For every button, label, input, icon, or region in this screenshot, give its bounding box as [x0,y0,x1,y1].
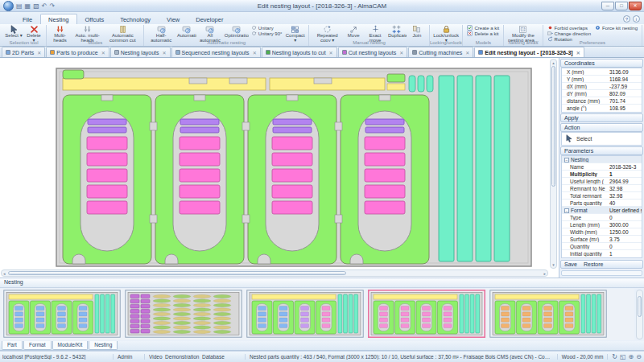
parameter-value[interactable]: 0 [609,215,642,220]
menu-tab-offcuts[interactable]: Offcuts [77,14,113,24]
nesting-sheet-drawing[interactable] [48,66,535,269]
minimize-button[interactable]: ─ [601,2,614,10]
coordinates-header[interactable]: Coordinates [560,59,643,68]
collapse-icon[interactable]: − [564,158,569,162]
close-tab-icon[interactable]: ✕ [576,50,580,56]
close-tab-icon[interactable]: ✕ [329,50,333,56]
close-tab-icon[interactable]: ✕ [37,50,41,56]
zoom-out-icon[interactable]: ⊖ [636,353,642,360]
parameter-value[interactable]: 32.98 [609,193,642,199]
bottom-tab-part[interactable]: Part [2,341,23,350]
doc-tab-edit-nesting-layout-2018-326-3[interactable]: Edit nesting layout - [2018-326-3]✕ [474,47,584,57]
ribbon-button-force-kit-nesting[interactable]: Force kit nesting [593,25,639,31]
window-icon[interactable]: ▦ [25,1,31,11]
nesting-thumbnail-layout-4-selected[interactable] [368,290,485,339]
ribbon-button-create-a-kit[interactable]: Create a kit [465,25,501,31]
collapse-icon[interactable]: − [564,208,569,213]
doc-tab-sequenced-nesting-layouts[interactable]: Sequenced nesting layouts✕ [171,47,261,57]
bottom-tab-module-kit[interactable]: Module/Kit [52,341,89,350]
refresh-icon[interactable]: ↻ [612,353,617,360]
menu-tab-view[interactable]: View [159,14,188,24]
menu-tab-technology[interactable]: Technology [112,14,159,24]
close-tab-icon[interactable]: ✕ [253,50,257,56]
ribbon-button-join[interactable]: Join [407,25,427,42]
bottom-tab-nesting[interactable]: Nesting [89,341,118,350]
import-icon[interactable]: ▤ [16,1,23,11]
close-tab-icon[interactable]: ✕ [101,50,105,56]
apply-header[interactable]: Apply [560,113,643,122]
parameter-value[interactable]: 0 [609,244,642,249]
ribbon-button-auto-multi-heads[interactable]: Auto. multi-heads [72,25,104,42]
redo-icon[interactable]: ↷ [49,1,55,11]
parameter-value[interactable]: 3000.00 [609,222,642,228]
doc-tab-cutting-machines[interactable]: Cutting machines✕ [408,47,473,57]
ribbon-button-all-automatic[interactable]: All automatic [197,25,223,42]
remnant-strip[interactable] [476,76,491,261]
remnant-strip[interactable] [494,76,510,261]
ribbon-button-automatic-common-cut[interactable]: Automatic common cut [104,25,141,42]
help-icon[interactable]: ? [623,15,630,23]
parameter-value[interactable]: 40 [609,200,642,206]
close-button[interactable]: ✕ [629,2,642,10]
parameter-value[interactable]: 1250.00 [609,229,642,235]
parameter-value[interactable]: 2018-326-3 [609,164,642,170]
nesting-thumbnail-layout-5[interactable] [489,290,607,339]
ribbon-button-change-direction[interactable]: Change direction [546,31,592,36]
zoom-in-icon[interactable]: ⊕ [629,353,634,360]
nesting-canvas[interactable]: ▴ ▾ ◂ ▸ [0,58,558,278]
close-tab-icon[interactable]: ✕ [163,50,167,56]
doc-tab-nesting-layouts[interactable]: Nesting layouts✕ [110,47,171,57]
parameter-value[interactable]: 1 [609,251,642,257]
action-header[interactable]: Action [560,123,643,132]
doc-tab-parts-to-produce[interactable]: Parts to produce✕ [46,47,109,57]
ribbon-button-compact[interactable]: Compact ▾ [284,25,306,42]
coordinate-value[interactable]: -237.59 [609,84,642,89]
strip-scrollbar[interactable] [636,290,643,339]
parameter-value[interactable]: 32.98 [609,186,642,191]
bottom-tab-format[interactable]: Format [23,341,52,350]
canvas-horizontal-scrollbar[interactable]: ◂ ▸ [1,269,548,277]
maximize-button[interactable]: □ [615,2,628,10]
panel-part[interactable] [155,95,244,264]
ribbon-button-forbid-overlaps[interactable]: Forbid overlaps [546,25,592,31]
coordinate-value[interactable]: 802.09 [609,91,642,97]
nesting-thumbnail-layout-2[interactable] [125,290,242,339]
ribbon-button-lock-unlock[interactable]: Lock/unlock ▾ [432,25,460,42]
ribbon-button-multi-heads[interactable]: Multi-heads [49,25,71,42]
coordinate-value[interactable]: 108.95 [609,105,642,111]
ribbon-button-unitary[interactable]: Unitary [250,25,284,31]
ribbon-button-half-automatic[interactable]: Half-automatic [147,25,175,42]
parameter-value[interactable]: 1 [609,171,642,177]
remnant-strip[interactable] [439,76,454,261]
nesting-thumbnail-layout-1[interactable] [3,290,121,339]
panel-part[interactable] [341,95,429,264]
info-icon[interactable]: i [633,15,640,23]
ribbon-button-delete[interactable]: Delete ▾ [24,25,43,42]
ribbon-button-move[interactable]: Move [344,25,363,42]
panel-part[interactable] [248,95,336,264]
panel-part[interactable] [63,95,151,264]
save-button[interactable]: Save [564,261,577,267]
menu-tab-developer[interactable]: Developer [188,14,231,24]
doc-tab-2d-parts[interactable]: 2D Parts✕ [2,47,45,57]
coordinate-value[interactable]: 701.74 [609,98,642,104]
menu-tab-file[interactable]: File [14,14,40,24]
menu-tab-nesting[interactable]: Nesting [40,14,76,24]
remnant-strip[interactable] [457,76,473,261]
ribbon-button-automatic[interactable]: Automatic [176,25,196,42]
nesting-thumbnail-layout-3[interactable] [246,290,364,339]
undo-icon[interactable]: ↶ [42,1,47,11]
close-tab-icon[interactable]: ✕ [399,50,403,56]
coordinate-value[interactable]: 3136.09 [609,69,642,75]
close-tab-icon[interactable]: ✕ [465,50,469,56]
ribbon-button-select[interactable]: Select ▾ [4,25,23,42]
action-current-tool[interactable]: Select [561,132,642,146]
fit-view-icon[interactable]: ◱ [620,353,626,360]
parameter-value[interactable]: 2964.99 [609,179,642,184]
app-menu-button[interactable] [3,1,14,11]
ribbon-button-optimization[interactable]: Optimization [224,25,249,42]
ribbon-button-repeated-copy[interactable]: Repeated copy ▾ [312,25,343,42]
parameter-value[interactable]: User defined sheets [609,208,642,213]
restore-button[interactable]: Restore [584,261,604,267]
coordinate-value[interactable]: 1168.94 [609,76,642,82]
